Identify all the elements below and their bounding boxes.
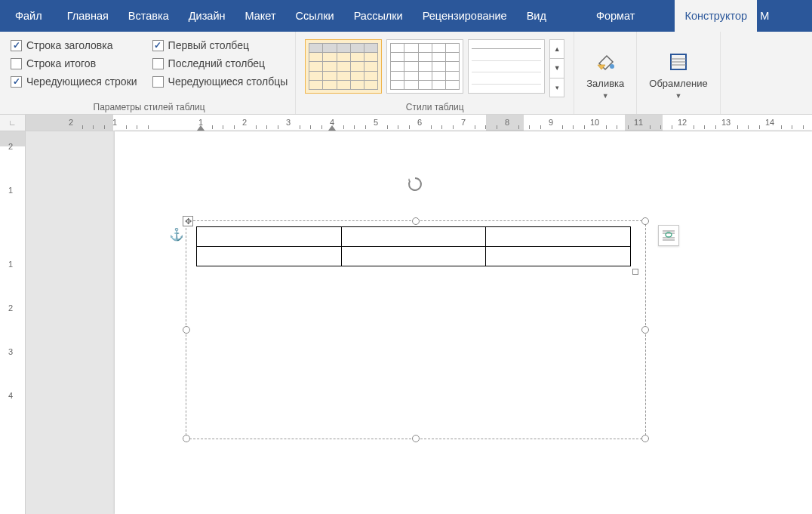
rotate-handle[interactable] [406,175,424,196]
resize-handle-e[interactable] [641,326,649,334]
tab-view[interactable]: Вид [517,0,556,32]
table-cell[interactable] [486,227,631,247]
check-label: Последний столбец [168,57,266,69]
borders-label: Обрамление [649,78,707,89]
check-label: Строка итогов [26,57,96,69]
check-banded-rows[interactable]: Чередующиеся строки [11,75,137,88]
ruler-vertical[interactable]: 211234 [0,131,26,514]
indent-marker[interactable] [197,125,205,131]
resize-handle-n[interactable] [412,217,420,225]
style-swatch-2[interactable] [386,39,463,94]
borders-button[interactable]: Обрамление ▼ [641,36,715,112]
anchor-icon: ⚓ [169,227,184,242]
checkbox-icon [11,40,22,51]
gallery-expand-icon[interactable]: ▾ [550,78,564,97]
check-label: Строка заголовка [26,39,112,51]
checkbox-icon [152,76,164,88]
group-label-options: Параметры стилей таблиц [11,100,288,112]
layout-options-button[interactable] [658,225,679,246]
tab-insert[interactable]: Вставка [118,0,179,32]
paint-bucket-icon [592,49,618,75]
checkbox-icon [152,58,164,69]
table-row[interactable] [197,227,631,247]
tab-spacer [644,0,675,32]
tab-layout[interactable]: Макет [235,0,286,32]
tab-mailings[interactable]: Рассылки [344,0,413,32]
resize-handle-ne[interactable] [641,217,649,225]
gallery-up-icon[interactable]: ▲ [550,40,564,59]
table-cell[interactable] [197,247,342,266]
checkbox-icon [152,40,164,51]
page-gutter [26,131,115,514]
shading-label: Заливка [586,78,624,89]
ruler-horizontal[interactable]: ∟ 211234567891011121314 [0,115,812,131]
svg-point-0 [610,64,614,69]
style-swatch-1[interactable] [305,39,382,94]
table-cell[interactable] [341,227,486,247]
document-table[interactable] [196,226,631,266]
indent-marker[interactable] [328,125,336,131]
table-cell[interactable] [341,247,486,266]
ribbon: Строка заголовка Строка итогов Чередующи… [0,32,812,115]
check-total-row[interactable]: Строка итогов [11,57,137,69]
gallery-down-icon[interactable]: ▼ [550,59,564,78]
borders-icon [666,49,691,75]
check-last-col[interactable]: Последний столбец [152,57,288,69]
check-banded-cols[interactable]: Чередующиеся столбцы [152,75,288,88]
resize-handle-s[interactable] [412,435,420,442]
check-label: Первый столбец [168,39,249,51]
tab-design[interactable]: Дизайн [179,0,235,32]
dropdown-icon: ▼ [675,92,682,100]
page[interactable]: ⚓ ✥ [115,131,812,514]
resize-handle-w[interactable] [183,326,190,334]
ruler-corner[interactable]: ∟ [0,115,26,131]
tab-home[interactable]: Главная [57,0,118,32]
table-row[interactable] [197,247,631,266]
shading-button[interactable]: Заливка ▼ [579,36,632,112]
table-cell[interactable] [486,247,631,266]
dropdown-icon: ▼ [602,92,609,100]
tab-file[interactable]: Файл [0,0,57,32]
table-resize-handle[interactable] [632,269,638,275]
tab-spacer [556,0,586,32]
check-header-row[interactable]: Строка заголовка [11,39,137,51]
group-label-styles: Стили таблиц [303,100,566,112]
checkbox-icon [11,58,22,69]
gallery-more[interactable]: ▲ ▼ ▾ [549,39,564,97]
tab-review[interactable]: Рецензирование [413,0,517,32]
check-first-col[interactable]: Первый столбец [152,39,288,51]
table-move-handle[interactable]: ✥ [183,216,193,226]
check-label: Чередующиеся столбцы [168,75,288,88]
tab-constructor[interactable]: Конструктор [675,0,757,32]
resize-handle-sw[interactable] [183,435,190,442]
checkbox-icon [11,76,22,88]
check-label: Чередующиеся строки [26,75,137,88]
tab-m[interactable]: М [757,0,772,32]
table-styles-gallery: ▲ ▼ ▾ [303,36,566,100]
style-swatch-3[interactable] [468,39,545,94]
resize-handle-se[interactable] [641,435,649,442]
table-cell[interactable] [197,227,342,247]
tab-references[interactable]: Ссылки [286,0,344,32]
document-area: 211234 ⚓ ✥ [0,131,812,514]
ribbon-tabs: Файл Главная Вставка Дизайн Макет Ссылки… [0,0,812,32]
tab-format[interactable]: Формат [586,0,645,32]
